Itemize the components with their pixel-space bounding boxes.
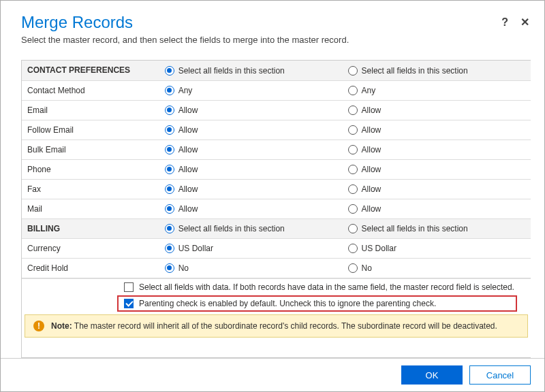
radio-icon[interactable] [348,244,358,253]
field-value-a[interactable]: US Dollar [159,238,343,258]
field-value-a[interactable]: Any [159,80,343,100]
note-bar: ! Note: The master record will inherit a… [25,314,528,338]
help-icon[interactable]: ? [501,16,508,29]
field-label: Follow Email [22,120,159,140]
field-value-b[interactable]: Any [343,80,531,100]
parenting-check-row[interactable]: Parenting check is enabled by default. U… [117,295,517,312]
field-row: CurrencyUS DollarUS Dollar [22,238,531,258]
radio-icon[interactable] [348,184,358,194]
field-value-a[interactable]: Allow [159,120,343,140]
field-row: Follow EmailAllowAllow [22,120,531,140]
note-text: Note: The master record will inherit all… [51,321,497,331]
radio-icon[interactable] [165,66,174,76]
field-label: Bulk Email [22,140,159,159]
field-value-a[interactable]: Allow [159,199,343,218]
radio-icon[interactable] [348,145,358,154]
radio-icon[interactable] [165,184,174,194]
field-value-b[interactable]: Allow [343,120,531,140]
radio-icon[interactable] [165,105,174,115]
ok-button[interactable]: OK [401,365,463,385]
field-value-b[interactable]: No [343,258,531,278]
radio-icon[interactable] [165,86,174,95]
radio-icon[interactable] [165,244,174,253]
field-row: PhoneAllowAllow [22,159,531,179]
fields-scroll-area[interactable]: CONTACT PREFERENCESSelect all fields in … [21,60,531,358]
radio-icon[interactable] [348,263,358,273]
select-all-with-data-checkbox[interactable] [124,282,134,292]
field-value-b[interactable]: Allow [343,179,531,199]
close-icon[interactable]: ✕ [520,16,529,29]
dialog-subtitle: Select the master record, and then selec… [21,35,524,45]
merge-fields-table: CONTACT PREFERENCESSelect all fields in … [22,61,531,278]
field-label: Credit Hold [22,258,159,278]
field-label: Mail [22,199,159,218]
field-row: FaxAllowAllow [22,179,531,199]
field-value-b[interactable]: Allow [343,199,531,218]
section-select-all-b[interactable]: Select all fields in this section [343,61,531,80]
field-row: EmailAllowAllow [22,100,531,120]
radio-icon[interactable] [348,224,358,233]
field-value-a[interactable]: Allow [159,179,343,199]
radio-icon[interactable] [165,165,174,174]
field-value-a[interactable]: Allow [159,100,343,120]
radio-icon[interactable] [348,165,358,174]
parenting-check-checkbox[interactable] [124,299,134,308]
field-row: Credit HoldNoNo [22,258,531,278]
radio-icon[interactable] [165,224,174,233]
field-label: Phone [22,159,159,179]
section-header: BILLING [22,218,159,238]
radio-icon[interactable] [165,125,174,135]
select-all-with-data-label: Select all fields with data. If both rec… [139,282,514,292]
field-value-a[interactable]: No [159,258,343,278]
dialog-header: Merge Records Select the master record, … [1,1,544,50]
field-label: Currency [22,238,159,258]
field-value-a[interactable]: Allow [159,159,343,179]
field-row: Contact MethodAnyAny [22,80,531,100]
parenting-check-label: Parenting check is enabled by default. U… [139,299,436,308]
field-value-b[interactable]: Allow [343,100,531,120]
field-value-a[interactable]: Allow [159,140,343,159]
radio-icon[interactable] [348,105,358,115]
dialog-title: Merge Records [21,13,524,32]
field-value-b[interactable]: US Dollar [343,238,531,258]
section-header: CONTACT PREFERENCES [22,61,159,80]
select-all-with-data-row[interactable]: Select all fields with data. If both rec… [22,279,531,295]
section-select-all-a[interactable]: Select all fields in this section [159,61,343,80]
warning-icon: ! [33,321,44,331]
field-value-b[interactable]: Allow [343,140,531,159]
field-label: Contact Method [22,80,159,100]
radio-icon[interactable] [348,66,358,76]
radio-icon[interactable] [348,125,358,135]
merge-records-dialog: Merge Records Select the master record, … [0,0,545,392]
section-select-all-a[interactable]: Select all fields in this section [159,218,343,238]
radio-icon[interactable] [165,145,174,154]
dialog-footer: OK Cancel [1,358,544,391]
field-row: MailAllowAllow [22,199,531,218]
field-label: Fax [22,179,159,199]
field-row: Bulk EmailAllowAllow [22,140,531,159]
cancel-button[interactable]: Cancel [469,365,531,385]
field-label: Email [22,100,159,120]
radio-icon[interactable] [348,204,358,214]
radio-icon[interactable] [165,263,174,273]
radio-icon[interactable] [348,86,358,95]
field-value-b[interactable]: Allow [343,159,531,179]
radio-icon[interactable] [165,204,174,214]
section-select-all-b[interactable]: Select all fields in this section [343,218,531,238]
